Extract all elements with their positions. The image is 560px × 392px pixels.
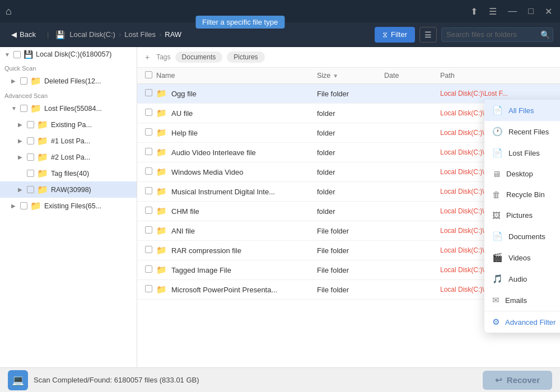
file-size: File folder bbox=[317, 286, 384, 294]
chevron-right-icon-lp1: ▶ bbox=[18, 138, 25, 144]
sidebar-label-local-disk: Local Disk(C:)(6180057) bbox=[36, 50, 111, 58]
dropdown-item-recent-files[interactable]: 🕐 Recent Files bbox=[484, 121, 560, 142]
header-checkbox[interactable] bbox=[145, 71, 156, 80]
sidebar-item-raw[interactable]: ▶ 📁 RAW(30998) bbox=[0, 181, 137, 198]
row-checkbox[interactable] bbox=[145, 265, 152, 273]
list-menu-button[interactable]: ☰ bbox=[419, 27, 437, 43]
dropdown-item-desktop[interactable]: 🖥 Desktop bbox=[484, 164, 560, 184]
dropdown-item-recycle-bin[interactable]: 🗑 Recycle Bin bbox=[484, 184, 560, 205]
folder-icon: 📁 bbox=[156, 226, 167, 236]
header-path: Path bbox=[440, 72, 552, 80]
chevron-right-icon-raw: ▶ bbox=[18, 186, 25, 193]
breadcrumb-lost-files[interactable]: Lost Files bbox=[124, 30, 156, 39]
search-icon[interactable]: 🔍 bbox=[540, 30, 550, 39]
recover-icon: ↩ bbox=[495, 375, 502, 385]
dropdown-item-advanced-filter[interactable]: ⚙ Advanced Filter bbox=[484, 311, 560, 333]
folder-icon: 📁 bbox=[156, 186, 167, 197]
sidebar-checkbox-lost[interactable] bbox=[20, 105, 27, 112]
emails-icon: ✉ bbox=[492, 295, 500, 305]
sidebar-item-existing-pa[interactable]: ▶ 📁 Existing Pa... bbox=[0, 116, 137, 133]
status-bar: 💻 Scan Completed/Found: 6180057 files (8… bbox=[0, 367, 560, 392]
menu-button[interactable]: ☰ bbox=[487, 5, 499, 18]
search-input[interactable] bbox=[446, 30, 540, 39]
file-size: folder bbox=[317, 109, 384, 118]
nav-bar: ◀ Back | 💾 Local Disk(C:) › Lost Files ›… bbox=[0, 22, 560, 47]
row-checkbox[interactable] bbox=[145, 285, 152, 292]
dropdown-item-documents[interactable]: 📄 Documents bbox=[484, 226, 560, 247]
tag-plus-icon[interactable]: + bbox=[145, 53, 150, 62]
filter-icon: ⧖ bbox=[382, 30, 388, 39]
row-checkbox[interactable] bbox=[145, 207, 152, 214]
sidebar-item-local-disk[interactable]: ▼ 💾 Local Disk(C:)(6180057) bbox=[0, 47, 137, 62]
sidebar-item-lost-files[interactable]: ▼ 📁 Lost Files(55084... bbox=[0, 100, 137, 116]
breadcrumb-local-disk[interactable]: Local Disk(C:) bbox=[69, 30, 115, 39]
title-bar: ⌂ Filter a specific file type ⬆ ☰ — □ ✕ bbox=[0, 0, 560, 22]
recover-label: Recover bbox=[507, 375, 540, 385]
sidebar-item-lost-pa1[interactable]: ▶ 📁 #1 Lost Pa... bbox=[0, 133, 137, 149]
minimize-button[interactable]: — bbox=[506, 5, 519, 17]
sidebar-item-existing-files[interactable]: ▶ 📁 Existing Files(65... bbox=[0, 198, 137, 214]
sidebar-checkbox-raw[interactable] bbox=[27, 186, 34, 193]
sidebar-item-lost-pa2[interactable]: ▶ 📁 #2 Lost Pa... bbox=[0, 149, 137, 165]
row-checkbox[interactable] bbox=[145, 89, 152, 96]
nav-right: ⧖ Filter ☰ 🔍 bbox=[375, 27, 553, 43]
maximize-button[interactable]: □ bbox=[526, 5, 536, 17]
home-icon[interactable]: ⌂ bbox=[6, 6, 12, 17]
file-size: folder bbox=[317, 129, 384, 137]
breadcrumb-raw: RAW bbox=[165, 30, 181, 39]
row-checkbox[interactable] bbox=[145, 187, 152, 194]
sidebar-item-deleted-files[interactable]: ▶ 📁 Deleted Files(12... bbox=[0, 73, 137, 89]
back-button[interactable]: ◀ Back bbox=[7, 28, 40, 41]
file-size: File folder bbox=[317, 90, 384, 98]
row-checkbox[interactable] bbox=[145, 226, 152, 234]
dropdown-item-pictures[interactable]: 🖼 Pictures bbox=[484, 205, 560, 226]
chevron-right-icon-ep: ▶ bbox=[18, 122, 25, 128]
sidebar-checkbox-tag[interactable] bbox=[27, 170, 34, 177]
dropdown-item-lost-files[interactable]: 📄 Lost Files bbox=[484, 142, 560, 164]
file-size: folder bbox=[317, 148, 384, 157]
file-name: Help file bbox=[171, 129, 198, 137]
chevron-right-icon-ef: ▶ bbox=[11, 203, 18, 209]
file-name: CHM file bbox=[171, 207, 199, 216]
sidebar-checkbox-lp1[interactable] bbox=[27, 137, 34, 144]
close-button[interactable]: ✕ bbox=[543, 5, 554, 18]
dropdown-label-documents: Documents bbox=[508, 232, 545, 241]
chevron-right-icon-lp2: ▶ bbox=[18, 154, 25, 160]
advanced-filter-icon: ⚙ bbox=[492, 317, 500, 327]
sidebar-checkbox-lp2[interactable] bbox=[27, 153, 34, 161]
file-size: folder bbox=[317, 188, 384, 196]
sidebar-checkbox-ep[interactable] bbox=[27, 121, 34, 128]
dropdown-item-all-files[interactable]: 📄 All Files ✓ bbox=[484, 100, 560, 121]
dropdown-item-audio[interactable]: 🎵 Audio bbox=[484, 268, 560, 290]
sidebar-section-advanced-scan: Advanced Scan bbox=[0, 89, 137, 100]
folder-icon-lost: 📁 bbox=[30, 103, 41, 114]
tag-chip-pictures[interactable]: Pictures bbox=[227, 52, 264, 63]
row-checkbox[interactable] bbox=[145, 148, 152, 155]
header-size[interactable]: Size ▼ bbox=[317, 72, 384, 80]
dropdown-item-emails[interactable]: ✉ Emails bbox=[484, 290, 560, 311]
dropdown-item-videos[interactable]: 🎬 Videos bbox=[484, 247, 560, 268]
filter-button[interactable]: ⧖ Filter bbox=[375, 27, 415, 43]
sidebar-checkbox-ef[interactable] bbox=[20, 202, 27, 209]
recover-button[interactable]: ↩ Recover bbox=[483, 371, 552, 390]
row-checkbox[interactable] bbox=[145, 246, 152, 253]
file-path: Local Disk(C:)\Lost F... bbox=[440, 90, 552, 97]
dropdown-label-all-files: All Files bbox=[508, 106, 534, 115]
dropdown-label-videos: Videos bbox=[508, 254, 531, 262]
row-checkbox[interactable] bbox=[145, 167, 152, 175]
folder-icon-lp2: 📁 bbox=[37, 152, 48, 162]
row-checkbox[interactable] bbox=[145, 109, 152, 116]
share-button[interactable]: ⬆ bbox=[468, 5, 480, 18]
file-area: + Tags Documents Pictures Name Size ▼ Da… bbox=[137, 47, 560, 367]
sidebar-checkbox-deleted[interactable] bbox=[20, 77, 27, 85]
file-size: folder bbox=[317, 168, 384, 176]
sidebar-checkbox-local-disk[interactable] bbox=[13, 51, 21, 58]
sidebar-item-tag-files[interactable]: ▶ 📁 Tag files(40) bbox=[0, 165, 137, 181]
desktop-icon: 🖥 bbox=[492, 169, 501, 179]
folder-icon: 📁 bbox=[156, 147, 167, 157]
table-header: Name Size ▼ Date Path bbox=[137, 68, 560, 84]
row-checkbox[interactable] bbox=[145, 128, 152, 136]
back-label: Back bbox=[20, 30, 36, 39]
tag-chip-documents[interactable]: Documents bbox=[175, 52, 223, 63]
folder-icon-ef: 📁 bbox=[30, 200, 41, 211]
